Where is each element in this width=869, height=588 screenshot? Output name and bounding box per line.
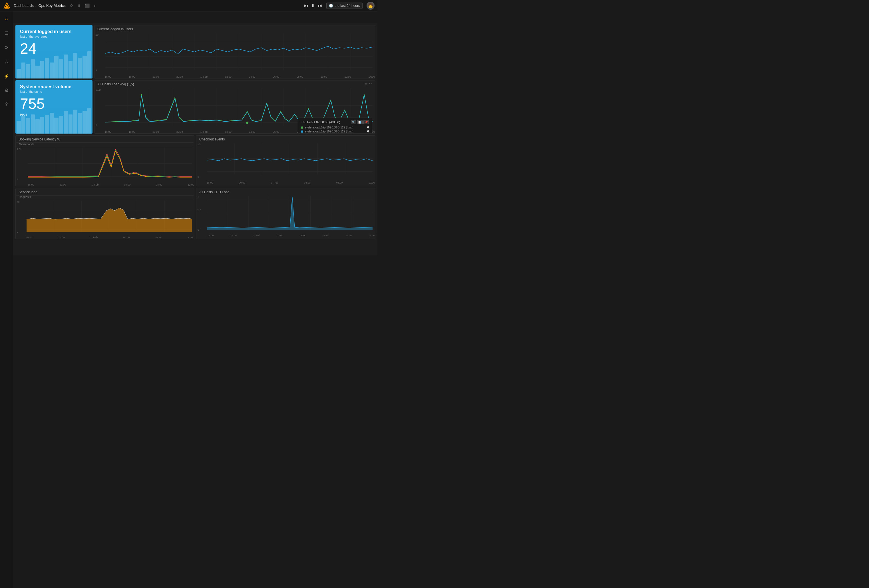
tooltip-series-1-value: 0: [367, 126, 369, 129]
spark-bar: [45, 115, 49, 133]
main-content: Current logged in users last of the aver…: [13, 23, 377, 255]
chart4-title: Checkout events: [196, 136, 375, 142]
row4-charts: Service load Requests 2k 0: [15, 188, 375, 239]
chart-panel-cpu-load: All Hosts CPU Load 1 0.5 0: [196, 188, 375, 239]
time-range-picker[interactable]: 🕐 the last 24 hours: [326, 3, 363, 9]
pause-button[interactable]: ⏸: [311, 3, 316, 8]
chart6-y-max: 1: [197, 196, 199, 198]
chart3-title: Booking Service Latency %: [16, 136, 194, 142]
add-panel-icon[interactable]: +: [93, 3, 96, 8]
chart-tooltip: Thu Feb 1 07:30:00 (-08:00) 🔍 📊 📌 system…: [298, 118, 372, 133]
spark-bar: [31, 59, 35, 78]
tooltip-row-2: system.load.1/ip-192-168-0-129 (load) 0: [301, 130, 369, 133]
spark-bar: [21, 116, 26, 133]
sidebar-item-settings[interactable]: ⚙: [2, 86, 11, 95]
row3-charts: Booking Service Latency % Milliseconds 2…: [15, 135, 375, 187]
topnav: Dashboards › Ops Key Metrics ☆ ⬆ ⬛ + ⏮ ⏸…: [0, 0, 377, 12]
chart4-y-min: 0: [197, 176, 199, 178]
spark-bar: [68, 114, 73, 133]
stat-panel-users: Current logged in users last of the aver…: [15, 25, 92, 78]
chart1-title: Current logged in users: [95, 25, 375, 32]
forward-button[interactable]: ⏭: [318, 3, 322, 8]
breadcrumb-parent[interactable]: Dashboards: [14, 3, 34, 8]
spark-bar: [54, 56, 59, 78]
dashboard-grid: Current logged in users last of the aver…: [15, 25, 375, 239]
spark-bar: [59, 59, 63, 78]
chart1-y-min: 0: [96, 68, 97, 71]
spark-bar: [36, 66, 40, 78]
spark-bar: [36, 119, 40, 133]
chart3-y-min: 0: [17, 178, 18, 181]
sidebar-item-routing[interactable]: ⟳: [2, 43, 11, 52]
breadcrumb: Dashboards › Ops Key Metrics: [14, 3, 66, 8]
chart5-y-max: 2k: [17, 201, 20, 203]
chart6-svg: [207, 196, 372, 230]
screen-icon[interactable]: ⬛: [85, 3, 90, 8]
spark-bar: [78, 58, 82, 78]
tooltip-dot-1: [301, 126, 303, 129]
tooltip-chart-icon[interactable]: 📊: [357, 120, 363, 124]
chart-panel-logged-users: Current logged in users 20 0: [94, 25, 375, 78]
spark-bar: [26, 118, 30, 133]
stat-panel-users-title: Current logged in users: [20, 29, 88, 34]
spark-bar: [16, 121, 21, 133]
stat-panel-requests-value: 755: [20, 96, 88, 111]
chart6-y-mid: 0.5: [197, 208, 201, 211]
chart2-y-min: 0: [96, 124, 97, 126]
tooltip-row-1: system.load.5/ip-192-168-0-129 (load) 0: [301, 126, 369, 129]
user-avatar[interactable]: 🧑: [366, 2, 375, 10]
stat-panel-users-subtitle: last of the averages: [20, 35, 88, 38]
sidebar-item-help[interactable]: ?: [2, 100, 11, 109]
stat-panel-users-value: 24: [20, 41, 88, 56]
tooltip-zoom-icon[interactable]: 🔍: [351, 120, 356, 124]
sidebar-item-home[interactable]: ⌂: [2, 14, 11, 24]
panel-menu-dots[interactable]: • • •: [366, 82, 372, 85]
tooltip-series-1-name: system.load.5/ip-192-168-0-129 (load): [305, 126, 365, 129]
sidebar-item-menu[interactable]: ☰: [2, 28, 11, 38]
playback-controls: ⏮ ⏸ ⏭: [304, 3, 322, 8]
svg-point-29: [246, 121, 248, 124]
tooltip-series-2-name: system.load.1/ip-192-168-0-129 (load): [305, 130, 365, 133]
sidebar-item-activity[interactable]: ⚡: [2, 71, 11, 80]
chart5-subtitle: Requests: [16, 195, 194, 200]
chart3-y-max: 2.5k: [17, 148, 22, 151]
spark-bar: [59, 116, 63, 133]
chart4-y-max: 10: [197, 143, 200, 146]
tooltip-actions: 🔍 📊 📌: [351, 120, 369, 124]
panel-menu-icon[interactable]: ≡: [365, 82, 367, 86]
sidebar: ⌂ ☰ ⟳ △ ⚡ ⚙ ?: [0, 12, 13, 255]
clock-icon: 🕐: [329, 4, 333, 8]
tooltip-title: Thu Feb 1 07:30:00 (-08:00) 🔍 📊 📌: [301, 120, 369, 124]
spark-bar: [87, 108, 92, 133]
chart-panel-service-load: Service load Requests 2k 0: [15, 188, 194, 239]
tooltip-pin-icon[interactable]: 📌: [363, 120, 369, 124]
spark-bar: [40, 61, 44, 78]
nav-toolbar: ☆ ⬆ ⬛ +: [70, 3, 96, 8]
chart3-svg: [28, 148, 192, 179]
star-icon[interactable]: ☆: [70, 3, 73, 8]
stat-panel-requests-subtitle: last of the sums: [20, 90, 88, 93]
chart5-y-min: 0: [17, 230, 18, 233]
breadcrumb-current: Ops Key Metrics: [38, 3, 65, 8]
spark-bar: [50, 62, 54, 78]
chart3-subtitle: Milliseconds: [16, 142, 194, 147]
nav-right: ⏮ ⏸ ⏭ 🕐 the last 24 hours 🧑: [304, 2, 375, 10]
rewind-button[interactable]: ⏮: [304, 3, 308, 8]
chart6-y-min: 0: [197, 228, 199, 231]
chart4-svg: [207, 143, 372, 175]
chart2-title: All Hosts Load Avg (1,5): [95, 80, 375, 87]
chart5-svg: [27, 201, 192, 232]
spark-bar: [64, 55, 68, 78]
logo-icon: [3, 2, 11, 10]
breadcrumb-separator: ›: [36, 3, 37, 8]
spark-bar: [83, 56, 87, 78]
chart-panel-latency: Booking Service Latency % Milliseconds 2…: [15, 135, 194, 187]
tooltip-series-2-value: 0: [367, 130, 369, 133]
sidebar-item-alerts[interactable]: △: [2, 57, 11, 66]
chart5-title: Service load: [16, 188, 194, 195]
spark-bar: [54, 118, 59, 133]
share-icon[interactable]: ⬆: [77, 3, 81, 8]
chart-panel-load-avg: • • • ≡ All Hosts Load Avg (1,5) 0.02 0: [94, 80, 375, 133]
stat-panel-requests-unit: reqs: [20, 112, 88, 117]
chart1-svg: [105, 33, 372, 71]
